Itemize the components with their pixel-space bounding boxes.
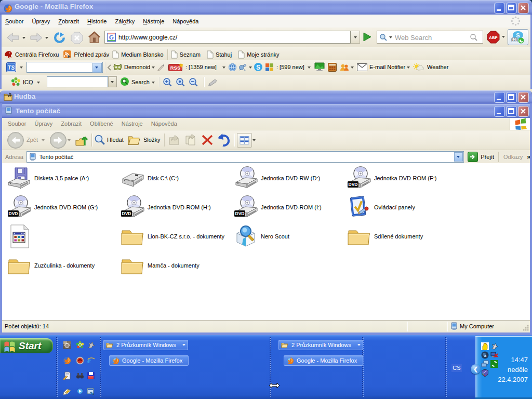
- svg-text:TS: TS: [8, 64, 15, 71]
- svg-text:S: S: [256, 64, 260, 71]
- svg-text:123: 123: [512, 38, 517, 42]
- svg-text:RSS: RSS: [170, 65, 181, 71]
- svg-text:ABP: ABP: [489, 35, 497, 40]
- svg-text:DVD: DVD: [235, 211, 245, 216]
- svg-text:DVD: DVD: [9, 211, 18, 216]
- svg-text:DVD: DVD: [349, 182, 358, 187]
- svg-text:a: a: [484, 353, 487, 358]
- svg-text:G: G: [109, 34, 114, 41]
- svg-text:DVD: DVD: [122, 211, 131, 216]
